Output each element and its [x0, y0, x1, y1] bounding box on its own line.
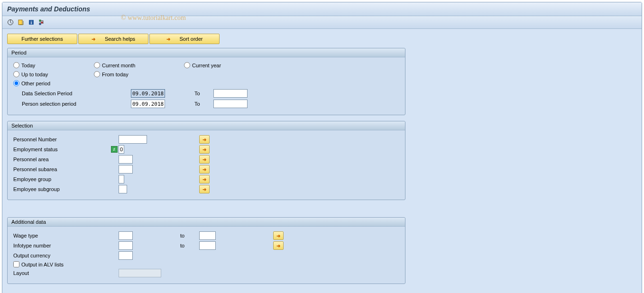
- arrow-right-icon: ➜: [202, 137, 206, 142]
- not-equal-indicator-icon[interactable]: ≠: [111, 146, 118, 153]
- layout-input[interactable]: [119, 269, 161, 277]
- personnel-subarea-label: Personnel subarea: [13, 166, 119, 172]
- output-alv-checkbox-input[interactable]: [13, 261, 19, 267]
- personnel-subarea-input[interactable]: [119, 165, 133, 174]
- employment-status-label: Employment status: [13, 146, 111, 152]
- sort-order-button[interactable]: ➜ Sort order: [149, 34, 220, 44]
- wage-type-from-input[interactable]: [119, 231, 133, 240]
- employee-subgroup-multi-button[interactable]: ➜: [199, 185, 210, 193]
- arrow-right-icon: ➜: [202, 147, 206, 152]
- personnel-area-label: Personnel area: [13, 156, 119, 162]
- svg-rect-4: [39, 20, 41, 21]
- employee-subgroup-label: Employee subgroup: [13, 186, 119, 192]
- selection-group: Selection Personnel Number ➜ Employment …: [7, 121, 405, 200]
- employee-subgroup-input[interactable]: [119, 185, 127, 193]
- svg-rect-6: [39, 23, 41, 25]
- personnel-number-label: Personnel Number: [13, 137, 119, 142]
- personnel-area-input[interactable]: [119, 155, 133, 164]
- page-title: Payments and Deductions: [7, 5, 90, 13]
- further-selections-button[interactable]: Further selections: [7, 34, 77, 44]
- personnel-number-input[interactable]: [119, 135, 147, 144]
- arrow-right-icon: ➜: [276, 243, 280, 248]
- to-label: to: [180, 233, 199, 238]
- wage-type-label: Wage type: [13, 233, 119, 238]
- employee-group-multi-button[interactable]: ➜: [199, 175, 210, 183]
- wage-type-to-input[interactable]: [199, 231, 216, 240]
- org-structure-icon[interactable]: [37, 18, 46, 27]
- additional-data-group: Additional data Wage type to ➜ Infotype …: [7, 217, 405, 284]
- radio-current-month[interactable]: Current month: [94, 62, 184, 68]
- period-header: Period: [8, 48, 405, 57]
- wage-type-multi-button[interactable]: ➜: [273, 231, 284, 240]
- personnel-area-multi-button[interactable]: ➜: [199, 155, 210, 164]
- personnel-subarea-multi-button[interactable]: ➜: [199, 165, 210, 174]
- arrow-right-icon: ➜: [276, 233, 280, 238]
- personnel-number-multi-button[interactable]: ➜: [199, 135, 210, 144]
- arrow-right-icon: ➜: [166, 37, 170, 42]
- to-label: to: [180, 243, 199, 248]
- info-icon[interactable]: i: [27, 18, 36, 27]
- svg-rect-5: [41, 22, 43, 23]
- further-selections-label: Further selections: [21, 36, 63, 42]
- data-selection-period-from[interactable]: [131, 89, 165, 98]
- output-alv-checkbox[interactable]: Output in ALV lists: [13, 261, 64, 267]
- output-currency-label: Output currency: [13, 253, 119, 258]
- arrow-right-icon: ➜: [202, 167, 206, 172]
- employment-status-multi-button[interactable]: ➜: [199, 145, 210, 154]
- search-helps-label: Search helps: [105, 36, 135, 42]
- arrow-right-icon: ➜: [202, 187, 206, 192]
- selection-header: Selection: [8, 121, 405, 130]
- person-selection-period-from[interactable]: [131, 100, 165, 108]
- radio-today[interactable]: Today: [13, 62, 94, 68]
- infotype-number-multi-button[interactable]: ➜: [273, 241, 284, 250]
- additional-data-header: Additional data: [8, 218, 405, 227]
- period-group: Period Today Current month Current year …: [7, 48, 405, 115]
- execute-icon[interactable]: [6, 18, 15, 27]
- radio-from-today[interactable]: From today: [94, 71, 184, 77]
- radio-up-to-today[interactable]: Up to today: [13, 71, 94, 77]
- toolbar: i © www.tutorialkart.com: [2, 16, 642, 29]
- output-alv-label: Output in ALV lists: [21, 262, 64, 267]
- to-label: To: [194, 91, 213, 96]
- sort-order-label: Sort order: [180, 36, 203, 42]
- to-label: To: [194, 101, 213, 107]
- layout-label: Layout: [13, 270, 119, 276]
- data-selection-period-to[interactable]: [213, 89, 248, 98]
- employment-status-input[interactable]: [119, 145, 124, 154]
- variant-icon[interactable]: [17, 18, 25, 27]
- person-selection-period-label: Person selection period: [22, 101, 131, 107]
- arrow-right-icon: ➜: [92, 37, 95, 42]
- output-currency-input[interactable]: [119, 251, 133, 260]
- person-selection-period-to[interactable]: [213, 100, 248, 108]
- arrow-right-icon: ➜: [202, 177, 206, 182]
- arrow-right-icon: ➜: [202, 157, 206, 162]
- title-bar: Payments and Deductions: [2, 2, 642, 16]
- search-helps-button[interactable]: ➜ Search helps: [78, 34, 148, 44]
- radio-other-period[interactable]: Other period: [13, 80, 94, 86]
- svg-text:i: i: [31, 20, 32, 25]
- svg-rect-1: [18, 20, 22, 25]
- infotype-number-to-input[interactable]: [199, 241, 216, 250]
- employee-group-input[interactable]: [119, 175, 124, 183]
- infotype-number-from-input[interactable]: [119, 241, 133, 250]
- radio-current-year[interactable]: Current year: [184, 62, 260, 68]
- employee-group-label: Employee group: [13, 176, 119, 182]
- infotype-number-label: Infotype number: [13, 243, 119, 248]
- data-selection-period-label: Data Selection Period: [22, 91, 131, 96]
